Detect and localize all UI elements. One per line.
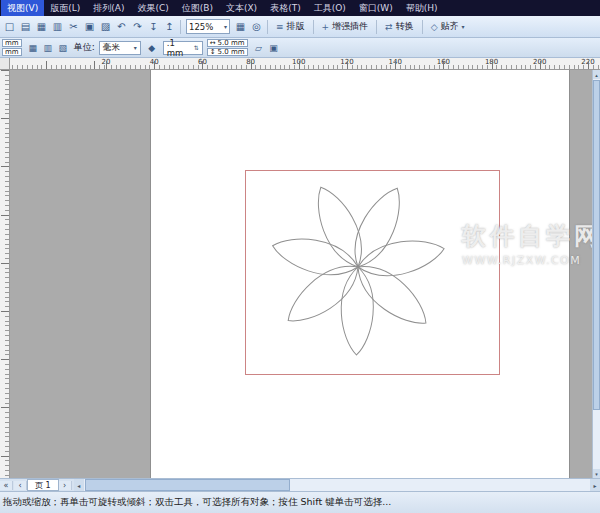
menu-item[interactable]: 文本(X) [220,0,263,17]
nudge-value: .1 mm [167,38,192,58]
duplicate-y-value: 5.0 mm [218,48,245,56]
menu-item[interactable]: 工具(O) [308,0,352,17]
menu-item[interactable]: 窗口(W) [353,0,399,17]
spinner-icon[interactable]: ⇅ [194,44,199,51]
nudge-offset-field[interactable]: .1 mm ⇅ [163,41,203,55]
page-nav-right: › [59,479,72,491]
app-launcher-icon[interactable]: ▦ [233,19,248,35]
duplicate-x-value: 5.0 mm [218,39,245,47]
petal-path[interactable] [340,267,374,356]
layout-button-icon: ≡ [276,22,284,32]
horizontal-scroll-thumb[interactable] [85,479,290,491]
copy-icon[interactable]: ▣ [82,19,97,35]
layout-button[interactable]: ≡排版 [271,18,310,35]
canvas-area[interactable]: 软件自学网 WWW.RJZXW.COM [10,70,592,478]
new-document-icon[interactable]: □ [2,19,17,35]
property-bar: mm mm ▦▥▧ 单位: 毫米 ▾ ◆ .1 mm ⇅ ↔ 5.0 mm ↕ … [0,38,600,58]
unit-value: 毫米 [103,42,120,54]
status-hint-text: 拖动或缩放；再单击可旋转或倾斜；双击工具，可选择所有对象；按住 Shift 键单… [3,496,391,509]
save-icon[interactable]: ▦ [34,19,49,35]
ruler-number: 100 [292,58,305,66]
page-next-icon[interactable]: › [59,481,72,490]
page-first-icon[interactable]: « [0,481,13,490]
toolbar-buttons: ≡排版+增强插件⇄转换◇贴齐▾ [271,18,470,35]
vertical-scroll-thumb[interactable] [593,80,600,410]
convert-button-icon: ⇄ [385,22,393,32]
petal-path[interactable] [355,233,448,283]
duplicate-offset-fields: ↔ 5.0 mm ↕ 5.0 mm [207,39,248,56]
petal-path[interactable] [306,180,372,273]
undo-icon[interactable]: ↶ [114,19,129,35]
object-height-field[interactable]: mm [2,48,22,56]
scroll-up-icon[interactable]: ▴ [593,70,600,79]
toolbar-separator [313,20,314,34]
ruler-number: 20 [102,58,111,66]
plugins-button-label: 增强插件 [332,20,368,33]
menu-item[interactable]: 位图(B) [176,0,219,17]
menu-item[interactable]: 表格(T) [264,0,307,17]
ruler-number: 60 [198,58,207,66]
snap-to-objects-icon[interactable]: ▧ [56,40,70,55]
vertical-offset-icon: ↕ [210,48,216,56]
plugins-button[interactable]: +增强插件 [317,18,374,35]
ruler-number: 120 [340,58,353,66]
snap-button[interactable]: ◇贴齐▾ [426,18,470,35]
ruler-corner [0,58,10,70]
ruler-number: 40 [150,58,159,66]
chevron-down-icon: ▾ [224,23,227,30]
print-icon[interactable]: ▥ [50,19,65,35]
ruler-number: 140 [389,58,402,66]
toolbar-separator [180,20,181,34]
scroll-right-icon[interactable]: ▸ [590,479,600,491]
convert-button-label: 转换 [396,20,414,33]
object-size-fields: mm mm [2,39,22,56]
import-icon[interactable]: ↧ [146,19,161,35]
menu-item[interactable]: 效果(C) [131,0,174,17]
export-icon[interactable]: ↥ [162,19,177,35]
scroll-left-icon[interactable]: ◂ [74,479,84,491]
options-icon[interactable]: ▣ [267,40,281,55]
unit-label: 单位: [74,41,95,54]
redo-icon[interactable]: ↷ [130,19,145,35]
horizontal-ruler[interactable]: 20406080100120140160180200220 [10,58,600,70]
duplicate-y-field[interactable]: ↕ 5.0 mm [207,48,248,56]
ruler-number: 80 [246,58,255,66]
horizontal-offset-icon: ↔ [210,39,216,47]
horizontal-scrollbar[interactable]: ◂ ▸ [74,479,600,491]
page-nav-left: «‹ [0,479,27,491]
menu-item[interactable]: 版面(L) [44,0,86,17]
unit-select[interactable]: 毫米 ▾ [99,41,141,55]
vertical-scrollbar[interactable]: ▴ ▾ [592,70,600,478]
ruler-number: 180 [485,58,498,66]
scroll-down-icon[interactable]: ▾ [593,469,600,478]
convert-button[interactable]: ⇄转换 [380,18,419,35]
menu-item-active[interactable]: 视图(V) [1,0,44,17]
snap-button-label: 贴齐 [441,20,459,33]
menu-item[interactable]: 排列(A) [87,0,130,17]
petal-path[interactable] [278,254,367,333]
cut-icon[interactable]: ✂ [66,19,81,35]
duplicate-distance-icon[interactable]: ▱ [252,40,266,55]
corel-online-icon[interactable]: ◎ [249,19,264,35]
nudge-offset-icon: ◆ [145,40,159,55]
petal-path[interactable] [269,230,362,282]
menu-items: 版面(L)排列(A)效果(C)位图(B)文本(X)表格(T)工具(O)窗口(W)… [44,0,443,17]
app-window: 视图(V) 版面(L)排列(A)效果(C)位图(B)文本(X)表格(T)工具(O… [0,0,600,513]
property-bar-icons-a: ▦▥▧ [26,40,70,55]
object-width-field[interactable]: mm [2,39,22,47]
vertical-ruler[interactable] [0,70,10,478]
page-prev-icon[interactable]: ‹ [14,481,27,490]
page-tab[interactable]: 页 1 [27,479,59,491]
duplicate-x-field[interactable]: ↔ 5.0 mm [207,39,248,47]
snap-to-grid-icon[interactable]: ▦ [26,40,40,55]
chevron-down-icon: ▾ [462,23,465,30]
object-height-unit: mm [5,48,19,56]
paste-icon[interactable]: ▨ [98,19,113,35]
snap-to-guidelines-icon[interactable]: ▥ [41,40,55,55]
layout-button-label: 排版 [287,20,305,33]
ruler-number: 220 [581,58,594,66]
open-icon[interactable]: ▤ [18,19,33,35]
standard-toolbar-icons: □▤▦▥✂▣▨↶↷↧↥ [2,19,177,35]
menu-item[interactable]: 帮助(H) [400,0,444,17]
zoom-level-select[interactable]: 125% ▾ [186,19,230,34]
